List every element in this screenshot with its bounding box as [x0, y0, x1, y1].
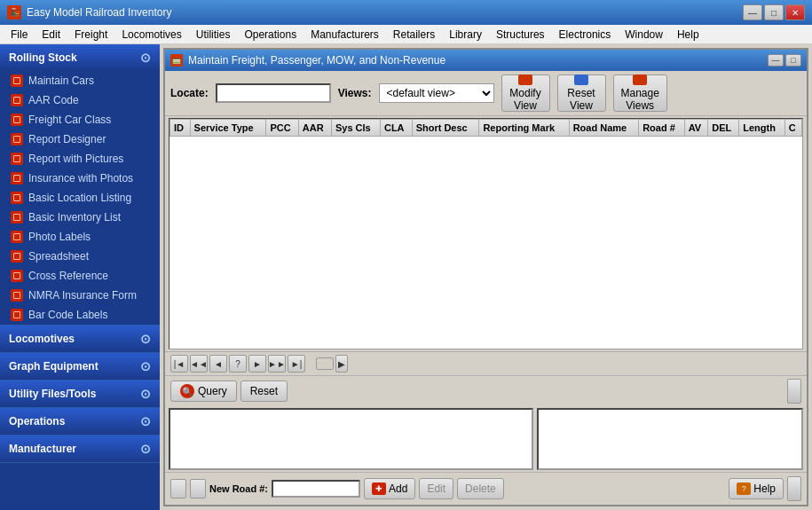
- sidebar-header-graph-equipment[interactable]: Graph Equipment ⊙: [0, 353, 160, 380]
- col-aar[interactable]: AAR: [298, 120, 331, 137]
- col-pcc[interactable]: PCC: [266, 120, 298, 137]
- nav-prev-button[interactable]: ◄: [209, 355, 227, 373]
- sidebar-header-operations[interactable]: Operations ⊙: [0, 408, 160, 435]
- menu-utilities[interactable]: Utilities: [189, 27, 238, 43]
- help-label: Help: [753, 483, 776, 495]
- col-cla[interactable]: CLA: [380, 120, 412, 137]
- spreadsheet-icon: [11, 250, 23, 263]
- col-reporting-mark[interactable]: Reporting Mark: [479, 120, 569, 137]
- sidebar: Rolling Stock ⊙ Maintain Cars AAR Code F…: [0, 44, 160, 510]
- col-id[interactable]: ID: [170, 120, 191, 137]
- modify-view-button[interactable]: ModifyView: [501, 75, 550, 112]
- menu-library[interactable]: Library: [442, 27, 489, 43]
- menu-edit[interactable]: Edit: [35, 27, 67, 43]
- add-button[interactable]: ✚ Add: [364, 478, 415, 499]
- nav-prev-many-button[interactable]: ◄◄: [190, 355, 208, 373]
- sidebar-item-label: Freight Car Class: [28, 114, 111, 126]
- col-length[interactable]: Length: [739, 120, 785, 137]
- nav-last-button[interactable]: ►|: [288, 355, 305, 373]
- freight-class-icon: [11, 114, 23, 126]
- reset-view-button[interactable]: ResetView: [557, 75, 606, 112]
- sidebar-item-photo-labels[interactable]: Photo Labels: [0, 227, 160, 247]
- sidebar-item-insurance-with-photos[interactable]: Insurance with Photos: [0, 169, 160, 188]
- menu-locomotives[interactable]: Locomotives: [114, 27, 188, 43]
- insurance-photos-icon: [11, 172, 23, 184]
- query-button[interactable]: 🔍 Query: [170, 381, 237, 402]
- sidebar-item-bar-code-labels[interactable]: Bar Code Labels: [0, 305, 160, 325]
- menu-freight[interactable]: Freight: [67, 27, 114, 43]
- inner-minimize-button[interactable]: —: [768, 54, 784, 67]
- sidebar-item-basic-location-listing[interactable]: Basic Location Listing: [0, 188, 160, 208]
- sidebar-header-utility-files[interactable]: Utility Files/Tools ⊙: [0, 381, 160, 407]
- col-service-type[interactable]: Service Type: [190, 120, 266, 137]
- aar-icon: [11, 94, 23, 106]
- menu-operations[interactable]: Operations: [237, 27, 304, 43]
- main-layout: Rolling Stock ⊙ Maintain Cars AAR Code F…: [0, 44, 812, 510]
- locate-label: Locate:: [170, 87, 209, 99]
- sidebar-item-label: Basic Location Listing: [28, 192, 131, 204]
- inner-window-icon: 🚃: [170, 54, 183, 67]
- help-button[interactable]: ? Help: [729, 478, 784, 499]
- extra-btn[interactable]: [787, 476, 801, 501]
- sidebar-item-report-designer[interactable]: Report Designer: [0, 129, 160, 149]
- car-icon: [11, 75, 23, 87]
- sidebar-section-label: Manufacturer: [9, 443, 76, 455]
- nav-next-button[interactable]: ►: [248, 355, 266, 373]
- sidebar-item-label: Insurance with Photos: [28, 172, 133, 184]
- status-btn-2[interactable]: [190, 479, 206, 498]
- views-select[interactable]: <default view>: [379, 83, 494, 103]
- menu-help[interactable]: Help: [670, 27, 706, 43]
- sidebar-item-basic-inventory-list[interactable]: Basic Inventory List: [0, 208, 160, 227]
- sidebar-item-nmra-insurance[interactable]: NMRA Insurance Form: [0, 286, 160, 305]
- nmra-insurance-icon: [11, 289, 23, 302]
- sidebar-item-label: Report with Pictures: [28, 153, 123, 165]
- close-button[interactable]: ✕: [785, 4, 805, 20]
- minimize-button[interactable]: —: [743, 4, 762, 20]
- sidebar-item-maintain-cars[interactable]: Maintain Cars: [0, 71, 160, 90]
- col-road-name[interactable]: Road Name: [569, 120, 639, 137]
- menu-retailers[interactable]: Retailers: [386, 27, 442, 43]
- new-road-input[interactable]: [272, 480, 360, 498]
- status-btn-1[interactable]: [170, 479, 186, 498]
- sidebar-header-rolling-stock[interactable]: Rolling Stock ⊙: [0, 44, 160, 71]
- nav-search-button[interactable]: ?: [229, 355, 247, 373]
- menu-electronics[interactable]: Electronics: [552, 27, 619, 43]
- menu-structures[interactable]: Structures: [489, 27, 552, 43]
- col-short-desc[interactable]: Short Desc: [412, 120, 479, 137]
- manage-views-button[interactable]: ManageViews: [613, 75, 667, 112]
- sidebar-item-cross-reference[interactable]: Cross Reference: [0, 266, 160, 286]
- sidebar-header-locomotives[interactable]: Locomotives ⊙: [0, 326, 160, 352]
- col-del[interactable]: DEL: [708, 120, 739, 137]
- sidebar-item-spreadsheet[interactable]: Spreadsheet: [0, 247, 160, 266]
- data-table-container[interactable]: ID Service Type PCC AAR Sys Cls CLA Shor…: [169, 118, 803, 349]
- nav-scroll-bar[interactable]: [316, 357, 334, 370]
- nav-first-button[interactable]: |◄: [170, 355, 188, 373]
- delete-button[interactable]: Delete: [457, 478, 504, 499]
- sidebar-header-manufacturer[interactable]: Manufacturer ⊙: [0, 435, 160, 462]
- lower-panels: [169, 408, 803, 470]
- photo-labels-icon: [11, 231, 23, 243]
- menu-manufacturers[interactable]: Manufacturers: [304, 27, 386, 43]
- sidebar-item-report-with-pictures[interactable]: Report with Pictures: [0, 149, 160, 169]
- maximize-button[interactable]: □: [764, 4, 784, 20]
- query-label: Query: [198, 385, 227, 397]
- locate-input[interactable]: [216, 83, 331, 103]
- nav-next-many-button[interactable]: ►►: [268, 355, 286, 373]
- chevron-up-icon: ⊙: [140, 51, 151, 65]
- modify-view-icon: [516, 75, 534, 85]
- col-av[interactable]: AV: [684, 120, 707, 137]
- menu-file[interactable]: File: [4, 27, 35, 43]
- inner-maximize-button[interactable]: □: [785, 54, 801, 67]
- sidebar-section-label: Utility Files/Tools: [9, 388, 96, 400]
- edit-button[interactable]: Edit: [419, 478, 453, 499]
- sidebar-item-aar-code[interactable]: AAR Code: [0, 90, 160, 110]
- col-sys-cls[interactable]: Sys Cls: [331, 120, 380, 137]
- col-c[interactable]: C: [784, 120, 801, 137]
- sidebar-item-freight-car-class[interactable]: Freight Car Class: [0, 110, 160, 129]
- col-road-number[interactable]: Road #: [639, 120, 685, 137]
- lower-left-panel[interactable]: [169, 408, 533, 470]
- reset-button[interactable]: Reset: [240, 381, 288, 402]
- sidebar-toggle-button[interactable]: [787, 379, 801, 404]
- menu-window[interactable]: Window: [618, 27, 670, 43]
- nav-scroll-right[interactable]: ▶: [335, 355, 348, 373]
